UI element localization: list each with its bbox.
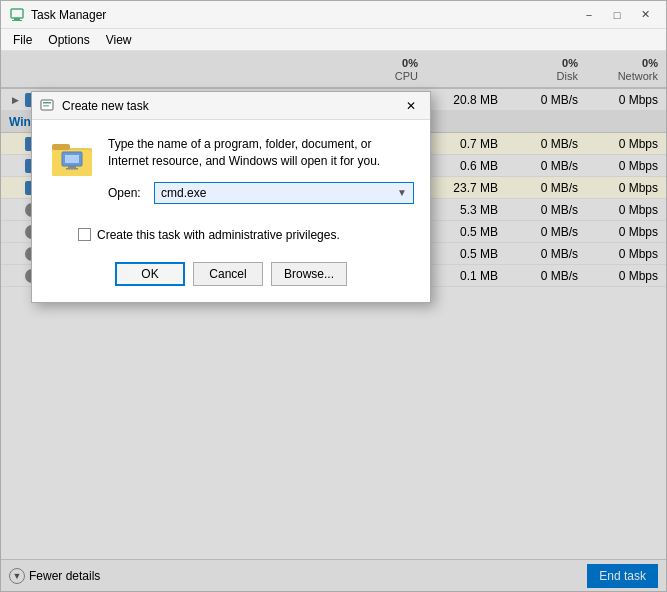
svg-rect-10 <box>65 155 79 163</box>
dialog-overlay: Create new task ✕ <box>1 51 666 591</box>
close-button[interactable]: ✕ <box>632 5 658 25</box>
menu-view[interactable]: View <box>98 31 140 49</box>
open-label: Open: <box>108 186 146 200</box>
svg-rect-12 <box>66 168 78 170</box>
dialog-title-bar: Create new task ✕ <box>32 92 430 120</box>
svg-rect-7 <box>52 144 70 150</box>
dialog-buttons: OK Cancel Browse... <box>32 254 430 302</box>
create-new-task-dialog: Create new task ✕ <box>31 91 431 303</box>
dropdown-arrow-icon: ▼ <box>397 187 407 198</box>
admin-checkbox[interactable] <box>78 228 91 241</box>
maximize-button[interactable]: □ <box>604 5 630 25</box>
svg-rect-2 <box>12 20 22 21</box>
browse-button[interactable]: Browse... <box>271 262 347 286</box>
dialog-input-row: Open: cmd.exe ▼ <box>108 182 414 204</box>
dialog-description: Type the name of a program, folder, docu… <box>108 136 414 170</box>
admin-checkbox-row: Create this task with administrative pri… <box>32 228 430 242</box>
svg-rect-0 <box>11 9 23 18</box>
svg-rect-11 <box>68 166 76 168</box>
title-bar-text: Task Manager <box>31 8 576 22</box>
dialog-close-button[interactable]: ✕ <box>400 96 422 116</box>
dialog-content: Type the name of a program, folder, docu… <box>108 136 414 212</box>
task-manager-window: Task Manager − □ ✕ File Options View 0% … <box>0 0 667 592</box>
cancel-button[interactable]: Cancel <box>193 262 263 286</box>
dialog-body: Type the name of a program, folder, docu… <box>32 120 430 228</box>
svg-rect-4 <box>43 102 51 104</box>
open-input-field[interactable]: cmd.exe ▼ <box>154 182 414 204</box>
title-bar: Task Manager − □ ✕ <box>1 1 666 29</box>
svg-rect-1 <box>14 18 20 20</box>
ok-button[interactable]: OK <box>115 262 185 286</box>
input-value: cmd.exe <box>161 186 206 200</box>
menu-bar: File Options View <box>1 29 666 51</box>
dialog-title-text: Create new task <box>62 99 400 113</box>
svg-rect-5 <box>43 105 49 107</box>
dialog-folder-icon <box>48 136 96 184</box>
admin-checkbox-label: Create this task with administrative pri… <box>97 228 340 242</box>
title-bar-buttons: − □ ✕ <box>576 5 658 25</box>
menu-file[interactable]: File <box>5 31 40 49</box>
menu-options[interactable]: Options <box>40 31 97 49</box>
main-content: 0% CPU 0% Disk 0% Network ▶ Win <box>1 51 666 591</box>
taskmanager-icon <box>9 7 25 23</box>
minimize-button[interactable]: − <box>576 5 602 25</box>
dialog-icon <box>40 98 56 114</box>
